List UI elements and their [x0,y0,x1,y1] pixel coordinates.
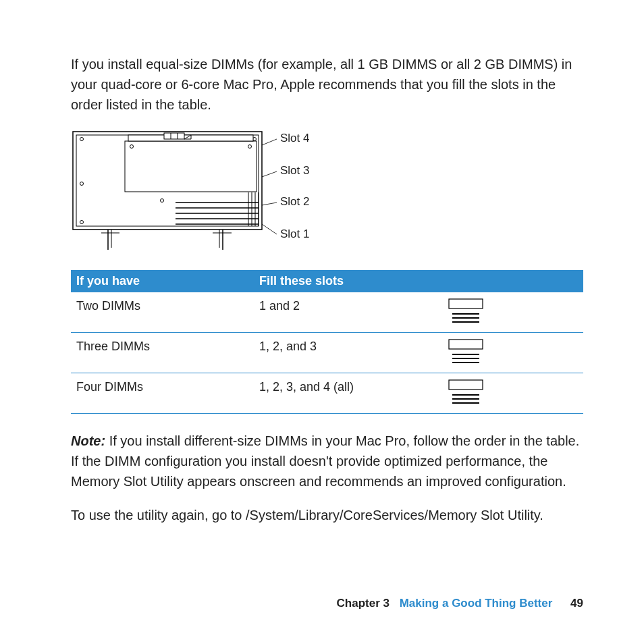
footer-chapter: Chapter 3 [337,597,390,610]
table-row: Two DIMMs 1 and 2 [71,292,583,333]
svg-rect-41 [449,380,483,390]
svg-line-31 [262,203,277,205]
row1-col1: Two DIMMs [71,292,254,333]
footer-chapter-title: Making a Good Thing Better [400,597,553,610]
svg-rect-33 [449,299,483,308]
svg-rect-37 [449,340,483,349]
svg-line-32 [262,224,277,234]
row3-col1: Four DIMMs [71,373,254,414]
table-row: Three DIMMs 1, 2, and 3 [71,333,583,373]
mac-pro-diagram: Slot 4 Slot 3 Slot 2 Slot 1 [71,130,583,258]
page-footer: Chapter 3 Making a Good Thing Better 49 [337,597,583,610]
svg-rect-11 [164,133,184,139]
row1-col2: 1 and 2 [254,292,433,333]
note-body: If you install different-size DIMMs in y… [71,433,579,489]
header-if-you-have: If you have [71,270,254,292]
row3-col2: 1, 2, 3, and 4 (all) [254,373,433,414]
table-header-row: If you have Fill these slots [71,270,583,292]
note-paragraph: Note: If you install different-size DIMM… [71,431,583,491]
svg-rect-6 [125,141,257,192]
row2-col2: 1, 2, and 3 [254,333,433,373]
slot-label-3: Slot 3 [280,164,309,177]
slot-mini-icon [446,298,486,328]
table-row: Four DIMMs 1, 2, 3, and 4 (all) [71,373,583,414]
note-label: Note: [71,433,105,448]
slot-mini-icon [446,338,486,369]
slot-label-2: Slot 2 [280,195,309,208]
page: If you install equal-size DIMMs (for exa… [0,0,644,644]
slot-label-4: Slot 4 [280,132,309,144]
utility-path: To use the utility again, go to /System/… [71,505,583,525]
row2-col1: Three DIMMs [71,333,254,373]
slot-mini-icon [446,379,486,409]
svg-line-30 [262,171,277,177]
header-fill-these-slots: Fill these slots [254,270,433,292]
footer-page-number: 49 [570,597,583,610]
intro-paragraph: If you install equal-size DIMMs (for exa… [71,54,583,115]
dimm-slot-table: If you have Fill these slots Two DIMMs 1… [71,270,583,414]
slot-label-1: Slot 1 [280,227,309,240]
mac-pro-svg: Slot 4 Slot 3 Slot 2 Slot 1 [71,130,321,258]
svg-line-29 [262,139,277,145]
